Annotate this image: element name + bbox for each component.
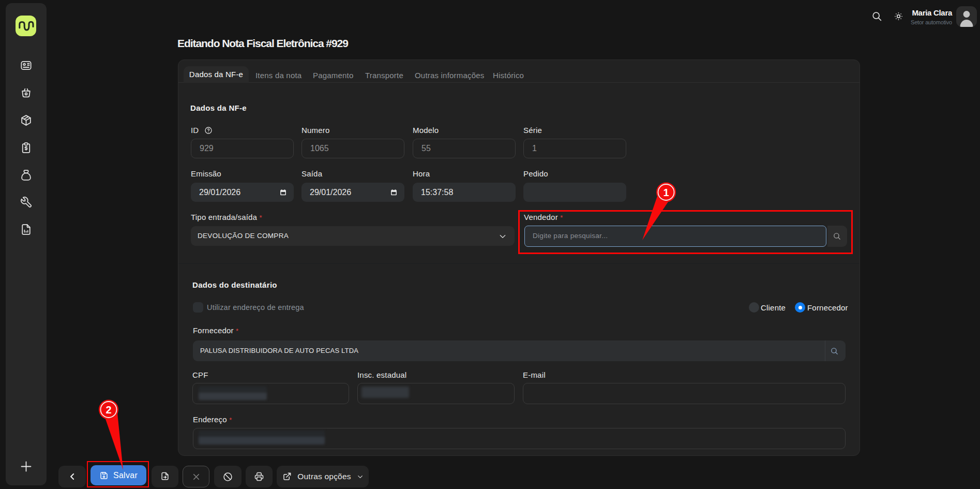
svg-text:2: 2 — [105, 404, 111, 416]
